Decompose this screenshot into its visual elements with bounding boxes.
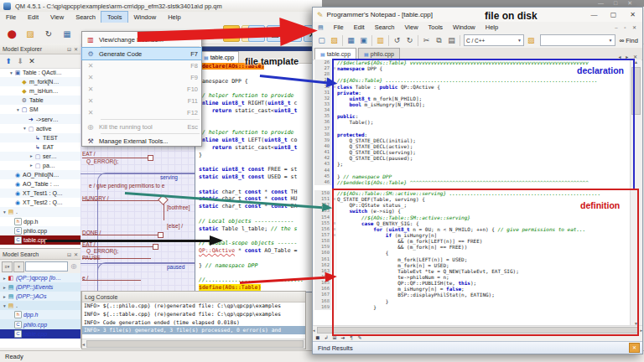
goto-button[interactable]: ➔ bbox=[340, 334, 346, 340]
node-transition-test[interactable]: ↳TEST bbox=[0, 133, 80, 142]
qm-menu-tools[interactable]: Tools bbox=[101, 12, 128, 23]
menu-generate-code[interactable]: ⚙Generate CodeF7 bbox=[82, 48, 201, 59]
result-events[interactable]: ▸▤(DPP::)Events bbox=[0, 282, 80, 292]
reload-model-button[interactable]: ↻ bbox=[40, 25, 57, 42]
log-line[interactable]: INFO> 3 file(s) generated, 3 file(s) pro… bbox=[82, 326, 305, 334]
redo-button[interactable]: ↻ bbox=[403, 34, 416, 47]
code-line[interactable]: 37 bbox=[314, 126, 630, 132]
code-line[interactable]: 35public: bbox=[314, 113, 630, 119]
print-button[interactable]: ▤ bbox=[205, 25, 221, 42]
code-line[interactable]: 163 TableEvt *te = Q_NEW(TableEvt, EAT_S… bbox=[314, 268, 630, 274]
close-icon[interactable]: ✕ bbox=[629, 343, 640, 353]
code-line[interactable]: 154 //${AOs::Table::SM::active::serving} bbox=[314, 215, 630, 220]
pn-code-editor[interactable]: 26//$declare${AOs::Table} vvvvvvvvvvvvvv… bbox=[314, 59, 641, 326]
code-line[interactable]: 32 uint8_t m_fork[N_PHILO]; bbox=[314, 96, 630, 101]
code-line[interactable]: 162 m_fork[n] = USED; bbox=[314, 262, 630, 268]
qm-menu-window[interactable]: Window bbox=[127, 12, 162, 23]
open-file-button[interactable]: ▨ bbox=[328, 34, 340, 47]
code-line[interactable]: 45} // namespace DPP bbox=[314, 173, 630, 179]
result-table-cpp[interactable]: Ctable.cpp bbox=[0, 329, 80, 339]
result-aos[interactable]: ▸▤(DPP::)AOs bbox=[0, 292, 80, 301]
expander-icon[interactable]: ▾ bbox=[15, 107, 21, 112]
fold-marker[interactable]: ⊟ bbox=[331, 65, 337, 71]
find-combobox[interactable]: ▼ bbox=[540, 34, 615, 46]
code-line[interactable]: 165 QP::QF::PUBLISH(te, this); bbox=[314, 280, 630, 286]
node-directory[interactable]: ▾▤. bbox=[0, 207, 80, 216]
delete-node-button[interactable]: ✕ bbox=[26, 56, 38, 67]
tab-philo-cpp[interactable]: ▤philo.cpp bbox=[358, 48, 400, 59]
code-line[interactable]: 36 Table(); bbox=[314, 119, 630, 125]
search-input[interactable] bbox=[25, 261, 68, 272]
node-dpp-h[interactable]: hdpp.h bbox=[0, 217, 80, 226]
menu-view-change-license[interactable]: ▥View/change License... bbox=[82, 34, 201, 45]
fold-marker[interactable]: ⊟ bbox=[331, 84, 337, 90]
wrap-toggle-button[interactable]: ↲ bbox=[323, 334, 330, 340]
result-philo-cpp[interactable]: Cphilo.cpp bbox=[0, 319, 80, 328]
generate-code-button[interactable]: ⇥ bbox=[248, 25, 265, 42]
new-file-button[interactable]: ▢ bbox=[315, 34, 328, 47]
save-button[interactable]: ▦ bbox=[345, 34, 357, 47]
open-model-button[interactable]: ▨ bbox=[22, 25, 39, 42]
output-toggle-button[interactable]: ◼ bbox=[314, 334, 321, 340]
code-line[interactable]: 38protected: bbox=[314, 132, 630, 137]
expander-icon[interactable]: ▾ bbox=[2, 303, 8, 308]
fold-marker[interactable]: ⊟ bbox=[331, 226, 337, 232]
expander-icon[interactable]: ▸ bbox=[2, 294, 8, 299]
window-layout-button[interactable]: ⬒ bbox=[285, 25, 302, 42]
menu-tool-f8[interactable]: ✕F8 bbox=[82, 59, 201, 71]
code-line[interactable]: 30⊟class Table : public QP::QActive { bbox=[314, 84, 630, 90]
menu-manage-external-tools[interactable]: ⚒Manage External Tools... bbox=[82, 135, 201, 147]
dock-icon[interactable]: ⊡ bbox=[67, 46, 71, 52]
code-line[interactable]: 40 Q_STATE_DECL(active); bbox=[314, 143, 630, 149]
tab-scroll-buttons[interactable]: ◂ ▸ ✕ bbox=[619, 54, 642, 59]
node-xt-test1[interactable]: ◉XT_Test1 : Q… bbox=[0, 189, 80, 198]
expander-icon[interactable]: ▸ bbox=[2, 276, 8, 281]
pn-menu-edit[interactable]: Edit bbox=[349, 23, 370, 31]
qm-menu-edit[interactable]: Edit bbox=[22, 12, 44, 23]
expander-icon[interactable]: ▾ bbox=[8, 70, 14, 75]
expander-icon[interactable]: ▸ bbox=[29, 153, 34, 158]
log-line[interactable]: INFO> ${.::table.cpp} (re)generated file… bbox=[82, 310, 305, 318]
lock-button[interactable]: ∩ bbox=[223, 25, 240, 42]
dock-icon[interactable]: ⊡ bbox=[67, 251, 71, 257]
node-xt-test2[interactable]: ◉XT_Test2 : Q… bbox=[0, 198, 80, 207]
node-table-cpp[interactable]: Ctable.cpp bbox=[0, 235, 80, 245]
qm-menu-file[interactable]: File bbox=[0, 12, 22, 23]
code-line[interactable]: 43}; bbox=[314, 161, 630, 167]
highlight-button[interactable]: ✎ bbox=[356, 334, 363, 340]
code-line[interactable]: 31private: bbox=[314, 90, 630, 96]
code-line[interactable]: 167 BSP::displayPhilStat(n, EATING); bbox=[314, 292, 630, 297]
node-table-ctor[interactable]: ⚙Table bbox=[0, 96, 80, 105]
save-model-button[interactable]: ▦ bbox=[59, 25, 75, 42]
qm-menu-search[interactable]: Search bbox=[70, 12, 101, 23]
node-initial-transition[interactable]: ➜->serv… bbox=[0, 114, 80, 123]
code-line[interactable]: 156⊟ for (uint8_t n = 0U; n < N_PHILO; +… bbox=[314, 226, 630, 232]
node-transition-eat[interactable]: ↳EAT bbox=[0, 142, 80, 152]
code-line[interactable]: 150//${AOs::Table::SM::active::serving} … bbox=[314, 190, 630, 196]
search-icon[interactable]: ◎ bbox=[69, 261, 79, 272]
pn-menu-view[interactable]: View bbox=[399, 23, 423, 31]
node-table-class[interactable]: ▾▣Table : QActi… bbox=[0, 68, 80, 77]
qm-menu-view[interactable]: View bbox=[44, 12, 70, 23]
code-line[interactable]: 155⊟ case Q_ENTRY_SIG: { bbox=[314, 220, 630, 226]
template-code[interactable]: $declare(AOs::Table) namespace DPP { // … bbox=[197, 63, 331, 292]
close-file-button[interactable]: ▥ bbox=[374, 34, 387, 47]
log-line[interactable]: INFO> Code generation ended (time elapse… bbox=[82, 318, 305, 327]
qm-menu-help[interactable]: Help bbox=[162, 12, 186, 23]
menu-tool-f12[interactable]: ✕F12 bbox=[82, 106, 201, 118]
grid-toggle-button[interactable]: ⊞ bbox=[331, 334, 338, 340]
menu-kill-running-tool[interactable]: ◎Kill the running toolEsc bbox=[82, 121, 201, 132]
move-up-button[interactable]: ⬆ bbox=[3, 56, 14, 67]
code-line[interactable]: 39 Q_STATE_DECL(initial); bbox=[314, 137, 630, 143]
scheme-select[interactable]: C / C++ ▼ bbox=[464, 34, 524, 46]
expander-icon[interactable]: ▸ bbox=[2, 285, 8, 290]
result-directory[interactable]: ▾▤. bbox=[0, 301, 80, 310]
pn-menu-file[interactable]: File bbox=[329, 23, 349, 31]
expander-icon[interactable]: ▾ bbox=[2, 209, 8, 215]
copy-button[interactable]: ⧉ bbox=[433, 34, 445, 47]
tab-table-cpp[interactable]: ▤ table.cpp bbox=[199, 51, 239, 63]
fold-marker[interactable]: ⊟ bbox=[331, 220, 337, 226]
cut-button[interactable]: ✂ bbox=[420, 34, 433, 47]
node-state-active[interactable]: ▾▢active bbox=[0, 124, 80, 133]
code-line[interactable]: 42 Q_STATE_DECL(paused); bbox=[314, 155, 630, 161]
